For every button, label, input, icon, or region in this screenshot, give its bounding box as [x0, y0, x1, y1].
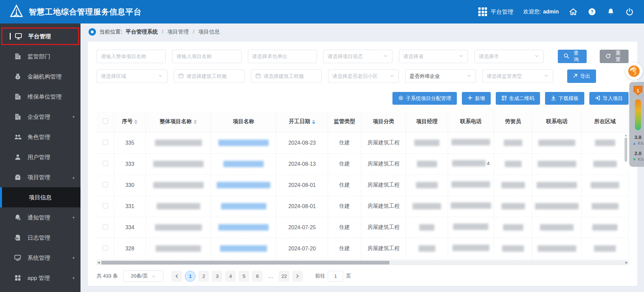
page-button-1[interactable]: 1	[185, 271, 196, 282]
page-button-5[interactable]: 5	[238, 271, 249, 282]
sidebar-item-12[interactable]: app 管理▾	[0, 268, 80, 288]
notification-bell-icon[interactable]	[606, 7, 615, 16]
filter-select-2-0[interactable]: 请选择区域	[97, 69, 167, 83]
pagination: 共 433 条 20条/页 123456...22 前往 页	[97, 271, 629, 282]
sort-arrows-icon[interactable]	[194, 119, 197, 124]
home-icon[interactable]	[569, 7, 578, 16]
row-checkbox[interactable]	[103, 140, 108, 145]
sidebar-item-9[interactable]: 通知管理▾	[0, 207, 80, 228]
filter-date-2-2[interactable]: 请选择建筑工程施	[251, 69, 322, 83]
column-header-2[interactable]: 整体项目名称	[146, 111, 211, 132]
project-name-link[interactable]	[218, 224, 269, 231]
row-checkbox[interactable]	[103, 203, 108, 208]
project-name-link[interactable]	[218, 140, 269, 146]
reset-button[interactable]: 重置	[600, 50, 629, 63]
next-page-button[interactable]	[292, 271, 303, 282]
shield-badge-icon[interactable]: 1	[634, 86, 642, 95]
row-checkbox[interactable]	[103, 161, 108, 166]
sidebar-item-6[interactable]: 用户管理	[0, 147, 80, 167]
sidebar-item-0[interactable]: 平台管理	[1, 28, 79, 45]
filter-select-2-5[interactable]: 请选择监管类型	[482, 69, 553, 83]
page-size-select[interactable]: 20条/页	[123, 271, 163, 282]
sidebar-item-2[interactable]: ¥金融机构管理	[0, 66, 80, 87]
filter-select-1-5[interactable]: 请选择市	[474, 50, 543, 63]
export-button[interactable]: 导出	[567, 69, 596, 83]
sidebar-item-label: 平台管理	[28, 33, 51, 40]
filter-placeholder: 请选择承包单位	[252, 53, 313, 60]
sidebar-item-3[interactable]: 维保单位管理	[0, 87, 80, 107]
goto-page-input[interactable]	[328, 271, 343, 282]
filter-date-2-1[interactable]: 请选择建筑工程施	[174, 69, 245, 83]
column-header-6: 项目分类	[361, 111, 406, 132]
cell-labor-phone	[532, 175, 582, 196]
top-header: 智慧工地综合管理服务信息平台 平台管理 欢迎您:admin ?	[0, 0, 644, 23]
breadcrumb-item-project-mgmt[interactable]: 项目管理	[167, 29, 189, 36]
sidebar-item-11[interactable]: 系统管理▾	[0, 248, 80, 268]
sidebar-item-label: 系统管理	[28, 254, 50, 262]
search-icon	[564, 53, 569, 60]
sort-arrows-icon[interactable]	[312, 119, 315, 124]
sidebar-item-5[interactable]: 角色管理	[0, 127, 80, 147]
redacted-text	[505, 161, 522, 167]
column-header-9: 劳资员	[494, 111, 532, 132]
project-name-link[interactable]	[217, 182, 270, 188]
filter-input-1-2[interactable]: 请选择承包单位	[248, 50, 317, 63]
redacted-text	[451, 139, 490, 145]
security-app-logo[interactable]	[625, 62, 643, 80]
column-header-10: 联系电话	[532, 111, 582, 132]
sort-arrows-icon[interactable]	[134, 119, 138, 124]
filter-input-1-0[interactable]: 请输入整体项目名称	[97, 50, 166, 63]
row-checkbox[interactable]	[103, 224, 108, 230]
horizontal-scroll-thumb[interactable]	[101, 261, 389, 264]
platform-menu-button[interactable]: 平台管理	[478, 7, 513, 16]
redacted-text	[535, 203, 579, 209]
row-checkbox[interactable]	[103, 182, 108, 187]
add-button[interactable]: 新增	[462, 92, 491, 105]
breadcrumb-item-project-info[interactable]: 项目信息	[198, 29, 220, 36]
sidebar-item-7[interactable]: 项目管理▴	[0, 167, 80, 187]
search-button[interactable]: 查询	[558, 50, 587, 63]
scroll-right-arrow-icon[interactable]: ▶	[625, 261, 629, 264]
project-name-link[interactable]	[223, 161, 264, 167]
project-name-link[interactable]	[221, 203, 266, 209]
page-button-4[interactable]: 4	[225, 271, 236, 282]
sidebar-subitem-active[interactable]: 项目信息	[0, 187, 80, 207]
logout-power-icon[interactable]	[625, 7, 634, 16]
help-icon[interactable]: ?	[588, 7, 596, 16]
chevron-down-icon	[467, 73, 472, 79]
scroll-left-arrow-icon[interactable]: ◀	[97, 261, 101, 264]
filter-select-1-4[interactable]: 请选择省	[399, 50, 468, 63]
filter-select-2-3[interactable]: 请选择是否老旧小区	[328, 69, 399, 83]
cell-start-date: 2024-07-25	[276, 217, 328, 238]
sidebar-item-10[interactable]: LOG日志管理	[0, 228, 80, 248]
sidebar-item-4[interactable]: 企业管理▾	[0, 107, 80, 127]
expand-arrow-icon: ▾	[72, 215, 74, 220]
filter-input-1-1[interactable]: 请输入项目名称	[172, 50, 241, 63]
cell-category: 房屋建筑工程	[361, 217, 406, 238]
generate-qrcode-button[interactable]: 生成二维码	[496, 92, 540, 105]
cell-seq: 328	[114, 238, 146, 259]
page-button-22[interactable]: 22	[279, 271, 289, 282]
filter-select-1-3[interactable]: 请选择项目状态	[323, 50, 392, 63]
chevron-down-icon	[151, 274, 156, 279]
select-all-header[interactable]	[97, 111, 114, 132]
project-name-link[interactable]	[220, 245, 267, 252]
filter-select-2-4[interactable]: 是否外埠企业	[405, 69, 476, 83]
sidebar-item-1[interactable]: 监管部门	[0, 46, 80, 66]
prev-page-button[interactable]	[171, 271, 182, 282]
column-header-4[interactable]: 开工日期	[276, 111, 328, 132]
cell-category: 房屋建筑工程	[361, 238, 406, 259]
export-icon	[573, 73, 578, 79]
welcome-text: 欢迎您:admin	[523, 8, 559, 15]
horizontal-scrollbar[interactable]: ◀ ▶	[97, 260, 629, 265]
page-button-2[interactable]: 2	[198, 271, 209, 282]
speed-monitor-panel[interactable]: 1 3.8 ▲ K/s 2.0 ▼ K/s	[629, 82, 644, 167]
column-header-1[interactable]: 序号	[114, 111, 146, 132]
row-checkbox[interactable]	[103, 245, 108, 251]
download-template-button[interactable]: 下载模板	[545, 92, 584, 105]
page-button-3[interactable]: 3	[212, 271, 222, 282]
import-project-button[interactable]: 导入项目	[589, 92, 629, 105]
select-all-checkbox[interactable]	[103, 118, 108, 124]
subsystem-assign-button[interactable]: 子系统项目分配管理	[392, 92, 457, 105]
page-button-6[interactable]: 6	[252, 271, 263, 282]
